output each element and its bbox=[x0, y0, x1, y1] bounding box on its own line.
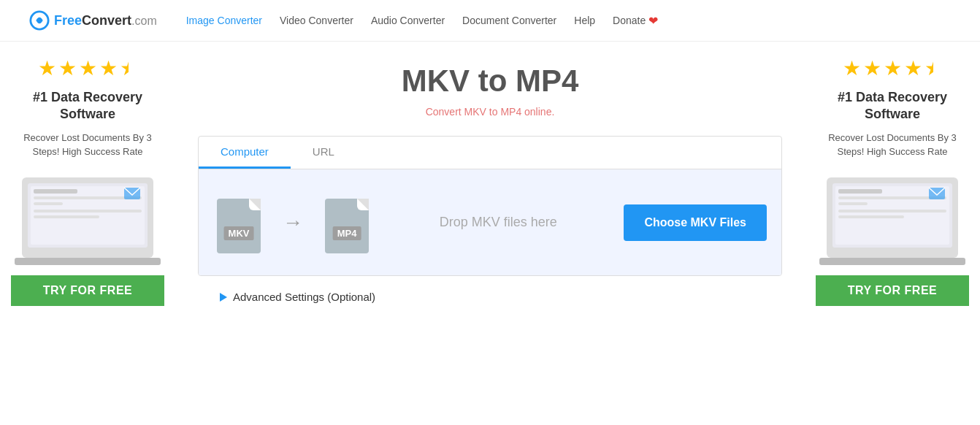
right-laptop-image bbox=[819, 170, 965, 268]
main-wrapper: ★ ★ ★ ★ ★ #1 Data Recovery Software Reco… bbox=[0, 42, 980, 425]
left-banner-desc: Recover Lost Documents By 3 Steps! High … bbox=[11, 131, 164, 159]
nav: Image Converter Video Converter Audio Co… bbox=[186, 14, 659, 28]
star-r-4: ★ bbox=[904, 56, 922, 80]
left-stars: ★ ★ ★ ★ ★ bbox=[38, 56, 138, 80]
star-5-half: ★ bbox=[120, 56, 138, 80]
svg-rect-17 bbox=[838, 210, 946, 212]
svg-rect-18 bbox=[838, 215, 904, 218]
svg-rect-14 bbox=[838, 189, 882, 194]
left-banner: ★ ★ ★ ★ ★ #1 Data Recovery Software Reco… bbox=[0, 42, 175, 425]
right-banner-desc: Recover Lost Documents By 3 Steps! High … bbox=[816, 131, 969, 159]
svg-rect-19 bbox=[819, 258, 965, 265]
right-stars: ★ ★ ★ ★ ★ bbox=[843, 56, 943, 80]
nav-help[interactable]: Help bbox=[574, 15, 595, 26]
mp4-file-icon: MP4 bbox=[321, 191, 372, 253]
svg-rect-7 bbox=[34, 210, 142, 212]
star-r-2: ★ bbox=[863, 56, 881, 80]
tab-computer[interactable]: Computer bbox=[199, 137, 291, 169]
mkv-label: MKV bbox=[224, 226, 254, 240]
logo-icon bbox=[29, 10, 50, 31]
nav-donate[interactable]: Donate ❤ bbox=[613, 14, 658, 28]
svg-rect-4 bbox=[34, 189, 77, 194]
advanced-settings[interactable]: Advanced Settings (Optional) bbox=[220, 291, 375, 303]
star-3: ★ bbox=[79, 56, 97, 80]
nav-image-converter[interactable]: Image Converter bbox=[186, 15, 262, 26]
heart-icon: ❤ bbox=[648, 14, 658, 28]
left-laptop-image bbox=[15, 170, 161, 268]
star-r-5-half: ★ bbox=[925, 56, 943, 80]
center-content: MKV to MP4 Convert MKV to MP4 online. Co… bbox=[191, 64, 789, 303]
logo[interactable]: FreeConvert.com bbox=[29, 10, 157, 31]
header: FreeConvert.com Image Converter Video Co… bbox=[0, 0, 980, 42]
svg-rect-8 bbox=[34, 215, 99, 218]
star-r-1: ★ bbox=[843, 56, 861, 80]
right-try-button[interactable]: TRY FOR FREE bbox=[816, 275, 969, 306]
converter-box: Computer URL MKV → MP4 bbox=[198, 136, 782, 276]
advanced-settings-label: Advanced Settings (Optional) bbox=[233, 291, 375, 303]
drop-area[interactable]: MKV → MP4 Drop MKV files here Choose MKV… bbox=[199, 169, 781, 275]
choose-files-button[interactable]: Choose MKV Files bbox=[624, 204, 767, 241]
triangle-icon bbox=[220, 293, 227, 302]
left-try-button[interactable]: TRY FOR FREE bbox=[11, 275, 164, 306]
left-banner-title: #1 Data Recovery Software bbox=[11, 89, 164, 123]
tabs-row: Computer URL bbox=[199, 137, 781, 169]
arrow-icon: → bbox=[283, 211, 303, 234]
right-banner-title: #1 Data Recovery Software bbox=[816, 89, 969, 123]
svg-rect-6 bbox=[34, 202, 63, 205]
page-subtitle: Convert MKV to MP4 online. bbox=[426, 106, 555, 118]
nav-video-converter[interactable]: Video Converter bbox=[280, 15, 353, 26]
svg-rect-16 bbox=[838, 202, 868, 205]
logo-text: FreeConvert.com bbox=[54, 13, 157, 28]
mkv-file-icon: MKV bbox=[213, 191, 264, 253]
nav-audio-converter[interactable]: Audio Converter bbox=[371, 15, 445, 26]
star-4: ★ bbox=[99, 56, 118, 80]
svg-rect-9 bbox=[15, 258, 161, 265]
star-r-3: ★ bbox=[884, 56, 902, 80]
page-title: MKV to MP4 bbox=[402, 64, 579, 99]
mp4-label: MP4 bbox=[333, 226, 361, 240]
star-1: ★ bbox=[38, 56, 56, 80]
star-2: ★ bbox=[58, 56, 77, 80]
nav-document-converter[interactable]: Document Converter bbox=[462, 15, 556, 26]
drop-text: Drop MKV files here bbox=[387, 215, 609, 230]
right-banner: ★ ★ ★ ★ ★ #1 Data Recovery Software Reco… bbox=[805, 42, 980, 425]
tab-url[interactable]: URL bbox=[291, 137, 356, 169]
